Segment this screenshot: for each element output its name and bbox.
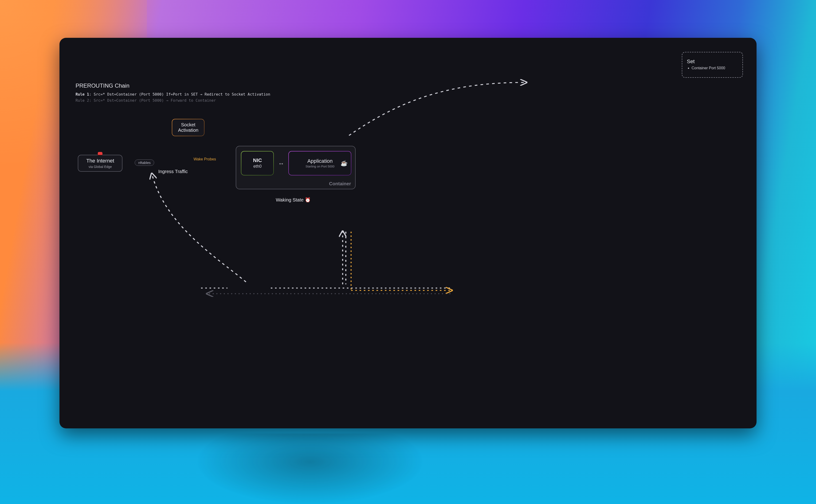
rule-1: Rule 1: Src=* Dst=Container (Port 5000) … xyxy=(75,91,270,97)
container-frame: Container NIC eth0 ↔ Application Startin… xyxy=(236,146,355,189)
nic-sub: eth0 xyxy=(253,164,261,169)
socket-activation-box: Socket Activation xyxy=(172,119,204,136)
prerouting-chain: PREROUTING Chain Rule 1: Src=* Dst=Conta… xyxy=(75,82,270,103)
set-items: Container Port 5000 xyxy=(692,66,725,70)
rule-2: Rule 2: Src=* Dst=Container (Port 5000) … xyxy=(75,97,270,104)
internet-box: The Internet via Global Edge xyxy=(78,155,122,172)
alarm-clock-icon: ⏰ xyxy=(305,197,311,202)
bg-smudge xyxy=(196,434,424,504)
socket-activation-line2: Activation xyxy=(178,128,198,133)
state-label: Waking State ⏰ xyxy=(276,197,311,203)
red-button-icon xyxy=(98,152,102,155)
nic-box: NIC eth0 xyxy=(241,151,274,175)
set-box: Set Container Port 5000 xyxy=(682,52,743,78)
set-title: Set xyxy=(687,58,695,65)
coffee-icon: ☕ xyxy=(340,160,347,167)
wake-probes-label: Wake Probes xyxy=(193,157,216,161)
ingress-traffic-label: Ingress Traffic xyxy=(158,169,187,174)
application-title: Application xyxy=(307,158,333,164)
socket-activation-line1: Socket xyxy=(178,122,198,128)
chain-title: PREROUTING Chain xyxy=(75,82,270,89)
bi-arrow-icon: ↔ xyxy=(278,160,284,167)
nftables-pill: nftables xyxy=(135,159,154,166)
set-item: Container Port 5000 xyxy=(692,66,725,70)
internet-sub: via Global Edge xyxy=(89,165,112,169)
container-label: Container xyxy=(329,181,351,186)
application-box: Application Starting on Port 5000 ☕ xyxy=(288,151,351,175)
internet-title: The Internet xyxy=(86,158,114,164)
application-sub: Starting on Port 5000 xyxy=(305,165,334,168)
nic-title: NIC xyxy=(253,157,262,163)
diagram-panel: Set Container Port 5000 PREROUTING Chain… xyxy=(59,38,756,428)
